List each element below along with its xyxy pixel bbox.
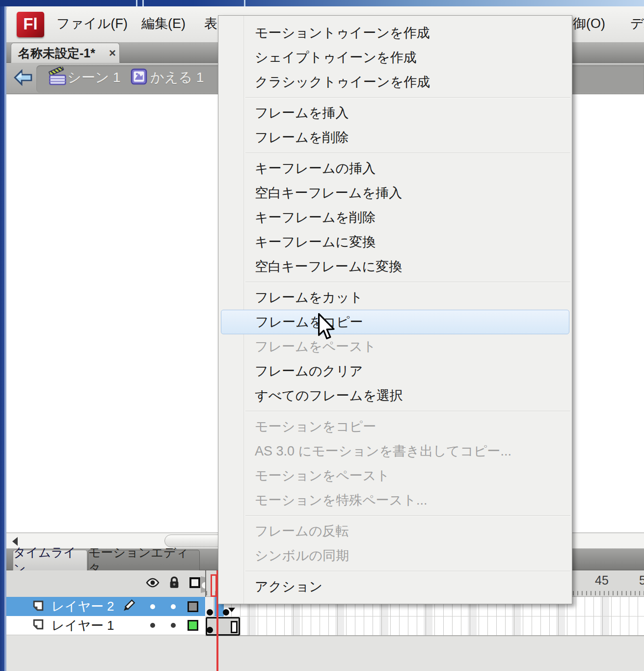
menu-separator [218, 512, 572, 519]
end-frame-marker[interactable] [231, 621, 238, 633]
layer-page-icon [6, 599, 46, 615]
menubar-item[interactable]: デバッグ(D) [630, 15, 644, 32]
context-menu-item[interactable]: フレームを削除 [218, 125, 572, 150]
outline-mode-icon[interactable] [189, 577, 200, 588]
menubar-item[interactable]: ファイル(F) [56, 15, 128, 32]
ruler-frame-number: 45 [595, 573, 609, 588]
menu-separator [218, 94, 572, 101]
ruler-frame-number: 50 [639, 573, 644, 588]
desktop-left-strip [0, 6, 4, 671]
menubar-item[interactable]: 編集(E) [141, 15, 186, 32]
back-arrow-icon[interactable] [14, 69, 32, 86]
layer-visibility-dot[interactable] [150, 623, 155, 628]
context-menu-item[interactable]: クラシックトゥイーンを作成 [218, 70, 572, 94]
document-tab[interactable]: 名称未設定-1* × [11, 43, 120, 63]
context-menu-item[interactable]: フレームを挿入 [218, 101, 572, 125]
timeline-tab[interactable]: タイムライン [13, 550, 87, 570]
menu-separator [218, 279, 572, 285]
layer-lock-dot[interactable] [171, 604, 176, 609]
context-menu-item[interactable]: キーフレームを削除 [218, 205, 572, 230]
eye-icon[interactable] [145, 577, 160, 590]
context-menu-item[interactable]: シェイプトゥイーンを作成 [218, 45, 572, 70]
menu-separator [218, 408, 572, 414]
frame-context-menu: モーショントゥイーンを作成シェイプトゥイーンを作成クラシックトゥイーンを作成フレ… [218, 15, 572, 604]
context-menu-item: シンボルの同期 [218, 543, 572, 568]
context-menu-item[interactable]: 空白キーフレームに変換 [218, 254, 572, 279]
context-menu-item[interactable]: すべてのフレームを選択 [218, 383, 572, 408]
breadcrumb-scene-label[interactable]: シーン 1 [67, 68, 121, 87]
layer-controls-header [6, 570, 205, 597]
window-edge-glint [136, 0, 137, 6]
context-menu-item[interactable]: フレームをカット [218, 285, 572, 310]
layer-name[interactable]: レイヤー 2 [52, 598, 114, 615]
pencil-icon [120, 598, 136, 616]
context-menu-item[interactable]: キーフレームの挿入 [218, 156, 572, 181]
lock-icon[interactable] [168, 575, 180, 592]
context-menu-item: AS 3.0 にモーションを書き出してコピー... [218, 439, 572, 463]
screen: Fl ファイル(F)編集(E)表示(V)制御(O)デバッグ(D) 名称未設定-1… [0, 0, 644, 671]
symbol-icon [131, 68, 149, 87]
layer-page-icon [6, 617, 46, 633]
layer-name[interactable]: レイヤー 1 [52, 617, 114, 634]
menu-separator [218, 568, 572, 574]
flash-app-icon[interactable]: Fl [17, 12, 44, 37]
keyframe-dot[interactable] [207, 627, 213, 633]
layer-visibility-dot[interactable] [150, 604, 155, 609]
window-edge-glint [244, 0, 245, 6]
context-menu-item[interactable]: フレームのクリア [218, 359, 572, 383]
context-menu-item: フレームの反転 [218, 519, 572, 543]
frame-marker-icon [228, 608, 235, 612]
grid-row-separator [205, 616, 644, 617]
tab-close-icon[interactable]: × [109, 46, 116, 60]
layer-row[interactable]: レイヤー 1 [6, 616, 205, 635]
layer-outline-swatch[interactable] [188, 620, 198, 631]
context-menu-item[interactable]: モーショントゥイーンを作成 [218, 21, 572, 45]
window-edge-glint [142, 0, 144, 6]
context-menu-item: モーションをペースト [218, 463, 572, 488]
menu-separator [218, 150, 572, 156]
context-menu-item[interactable]: フレームをコピー [221, 310, 569, 334]
mouse-cursor-icon [317, 313, 338, 344]
context-menu-item[interactable]: キーフレームに変換 [218, 230, 572, 254]
keyframe-dot[interactable] [207, 609, 213, 616]
context-menu-item: モーションを特殊ペースト... [218, 488, 572, 512]
document-tab-label: 名称未設定-1* [18, 45, 95, 61]
layer-row[interactable]: レイヤー 2 [6, 597, 205, 616]
desktop-top-strip [0, 0, 644, 6]
context-menu-item[interactable]: アクション [218, 574, 572, 599]
scene-icon [48, 67, 66, 86]
context-menu-item: フレームをペースト [218, 334, 572, 359]
breadcrumb-symbol-label[interactable]: かえる 1 [150, 68, 204, 87]
context-menu-item[interactable]: 空白キーフレームを挿入 [218, 181, 572, 205]
timeline-tab[interactable]: モーションエディタ [88, 550, 200, 570]
layer-lock-dot[interactable] [171, 623, 176, 628]
context-menu-item: モーションをコピー [218, 414, 572, 439]
layer-outline-swatch[interactable] [188, 601, 198, 612]
